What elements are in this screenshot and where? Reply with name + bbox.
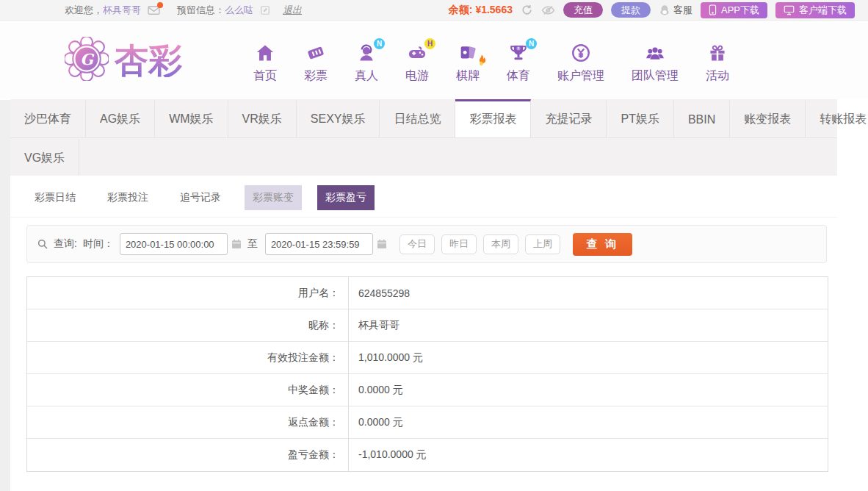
nav-label: 团队管理 [632,68,679,84]
nav-item-promotions[interactable]: 活动 [706,43,729,84]
tab-ag[interactable]: AG娱乐 [86,99,155,137]
nav-item-cards[interactable]: 棋牌 [456,43,480,84]
nav-item-live[interactable]: N 真人 [355,43,378,84]
tab-vg[interactable]: VG娱乐 [10,138,79,176]
balance-text: 余额: ¥1.5663 [449,4,513,17]
row-value: 1,010.0000 元 [349,342,423,373]
flower-logo-icon: G [65,37,109,84]
nav-item-home[interactable]: 首页 [253,43,277,84]
table-row: 返点金额： 0.0000 元 [27,406,828,439]
nav-label: 真人 [355,68,378,84]
search-panel: 查询: 时间： 至 今日 昨日 本周 上周 查 询 [26,225,827,263]
tab-saba-sports[interactable]: 沙巴体育 [10,99,86,137]
app-download-label: APP下载 [721,4,759,17]
team-icon [645,43,665,63]
username[interactable]: 杯具哥哥 [103,4,141,17]
calendar-icon[interactable] [231,238,242,250]
nav-item-egames[interactable]: H 电游 [405,43,429,84]
nav-label: 电游 [405,68,429,84]
trophy-icon: 1 N [508,43,529,63]
recharge-button[interactable]: 充值 [563,2,603,18]
start-time-input[interactable] [120,233,228,255]
tab-row-1: 沙巴体育 AG娱乐 WM娱乐 VR娱乐 SEXY娱乐 日结总览 彩票报表 充提记… [10,99,837,137]
notification-dot [157,2,163,8]
page-left-margin [0,100,10,491]
row-label: 用户名： [27,277,349,309]
gamepad-icon: H [407,43,427,63]
table-row: 有效投注金额： 1,010.0000 元 [27,342,828,374]
tab-pt[interactable]: PT娱乐 [607,99,673,137]
badge-new: N [526,38,537,49]
welcome-text: 欢迎您， [65,4,103,17]
search-magnifier-icon [37,238,48,250]
tab-deposit-withdraw-records[interactable]: 充提记录 [531,99,607,137]
balance-value: ¥1.5663 [475,4,513,15]
tab-account-change-report[interactable]: 账变报表 [730,99,806,137]
logo-text: 杏彩 [115,43,182,77]
edit-icon[interactable] [260,5,270,15]
subtab-lottery-account-change[interactable]: 彩票账变 [245,185,302,210]
client-download-button[interactable]: 客户端下载 [775,2,855,18]
row-value: 0.0000 元 [349,406,403,438]
row-value: 624855298 [349,277,410,309]
last-week-button[interactable]: 上周 [525,234,560,254]
logout-link[interactable]: 退出 [283,4,302,17]
subtab-chase-records[interactable]: 追号记录 [172,185,229,210]
site-logo[interactable]: G 杏彩 [65,37,215,84]
envelope-icon[interactable] [148,5,160,15]
table-row: 中奖金额： 0.0000 元 [27,374,828,406]
phone-icon [709,4,717,15]
coin-yuan-icon [571,43,591,63]
row-label: 有效投注金额： [27,342,349,373]
fire-icon [474,54,488,68]
subtab-lottery-daily[interactable]: 彩票日结 [26,185,84,210]
tab-daily-summary[interactable]: 日结总览 [380,99,455,137]
main-nav: 首页 彩票 N 真人 H 电游 [253,37,729,84]
lottery-ticket-icon [305,43,326,63]
site-header: G 杏彩 首页 彩票 N 真人 H [0,21,868,99]
calendar-icon[interactable] [376,238,388,250]
query-label: 查询: [54,237,77,251]
eye-off-icon[interactable] [541,4,555,16]
balance-label: 余额: [449,4,473,15]
client-download-label: 客户端下载 [799,4,847,17]
end-time-input[interactable] [265,233,373,255]
live-dealer-icon: N [356,43,377,63]
tab-lottery-report[interactable]: 彩票报表 [455,99,531,137]
cards-icon [457,43,478,63]
tab-sexy[interactable]: SEXY娱乐 [297,99,380,137]
nav-item-lottery[interactable]: 彩票 [304,43,328,84]
service-label: 客服 [673,4,692,17]
nav-label: 体育 [507,68,530,84]
svg-text:G: G [80,50,94,68]
table-row: 用户名： 624855298 [27,277,828,309]
search-submit-button[interactable]: 查 询 [573,233,632,256]
badge-hot: H [424,38,435,49]
nav-item-team-management[interactable]: 团队管理 [632,43,679,84]
tab-bbin[interactable]: BBIN [674,99,730,137]
nav-label: 首页 [253,68,277,84]
this-week-button[interactable]: 本周 [483,234,518,254]
yesterday-button[interactable]: 昨日 [441,234,477,254]
withdraw-button[interactable]: 提款 [611,2,651,18]
nav-item-account-management[interactable]: 账户管理 [557,43,604,84]
table-row: 昵称： 杯具哥哥 [27,309,828,342]
home-icon [255,43,275,63]
tab-vr[interactable]: VR娱乐 [228,99,297,137]
nav-label: 账户管理 [557,68,604,84]
subtab-lottery-profit-loss[interactable]: 彩票盈亏 [317,185,375,210]
row-label: 返点金额： [27,406,349,438]
lottery-subtabs: 彩票日结 彩票投注 追号记录 彩票账变 彩票盈亏 [10,185,837,218]
to-label: 至 [247,237,258,251]
today-button[interactable]: 今日 [399,234,435,254]
reserved-value[interactable]: 么么哒 [225,4,253,17]
subtab-lottery-bets[interactable]: 彩票投注 [99,185,156,210]
customer-service-link[interactable]: 客服 [659,4,692,17]
refresh-icon[interactable] [521,4,533,16]
gift-icon [707,43,728,63]
nav-item-sports[interactable]: 1 N 体育 [507,43,530,84]
tab-transfer-report[interactable]: 转账报表 [806,99,868,137]
tab-wm[interactable]: WM娱乐 [155,99,228,137]
app-download-button[interactable]: APP下载 [701,2,767,18]
qq-service-icon [659,4,670,16]
